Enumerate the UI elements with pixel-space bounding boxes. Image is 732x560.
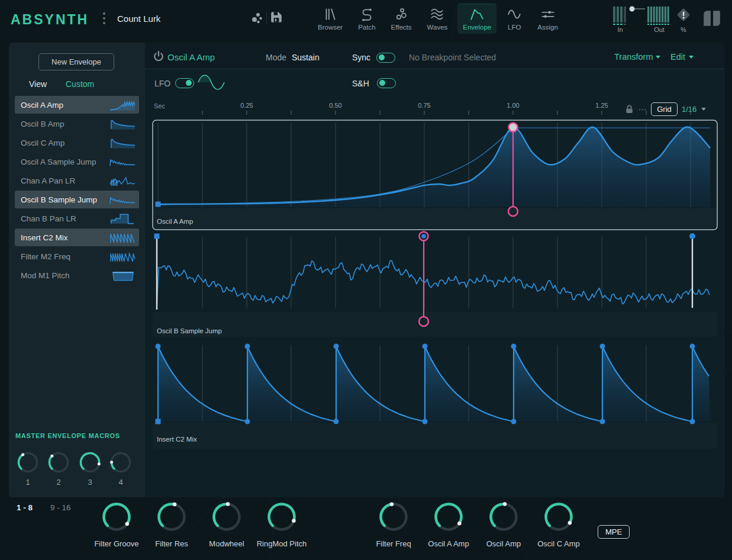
macro-knob-label: 2 — [50, 478, 67, 487]
envelope-thumbnail-rise-zigzag-icon — [109, 98, 136, 111]
bank-knob-filter-res[interactable] — [156, 501, 187, 532]
nav-tab-label: Waves — [427, 24, 448, 31]
envelope-thumbnail-saw-dense-icon — [109, 231, 136, 244]
envelope-thumbnail-block-icon — [109, 269, 136, 282]
macro-knob-label: 1 — [19, 478, 37, 487]
output-gain-slider[interactable] — [628, 5, 646, 13]
kebab-menu-icon[interactable] — [101, 11, 108, 28]
envelope-lanes-canvas[interactable] — [145, 43, 725, 497]
envelope-list-item[interactable]: Mod M1 Pitch — [15, 266, 139, 284]
save-icon[interactable] — [270, 11, 283, 24]
bank-knob-oscil-a-amp[interactable] — [433, 501, 464, 532]
breakpoint-handle[interactable] — [156, 202, 161, 207]
macro-page-1-8[interactable]: 1 - 8 — [17, 503, 33, 512]
bank-knob-oscil-c-amp[interactable] — [543, 501, 574, 532]
lfo-icon — [507, 7, 522, 22]
macro-knob-1[interactable] — [17, 451, 39, 474]
envelope-item-label: Filter M2 Freq — [15, 252, 109, 261]
patch-icon — [359, 7, 375, 22]
lane-label: Oscil B Sample Jump — [157, 327, 222, 334]
nav-tab-waves[interactable]: Waves — [422, 4, 453, 34]
envelope-item-label: Chan A Pan LR — [15, 176, 109, 185]
breakpoint-handle[interactable] — [511, 344, 517, 349]
breakpoint-handle[interactable] — [600, 344, 605, 349]
nav-tab-label: LFO — [508, 24, 521, 31]
envelope-list-item[interactable]: Oscil B Amp — [15, 115, 139, 133]
breakpoint-handle[interactable] — [245, 344, 250, 349]
macro-knob-label: 3 — [81, 478, 99, 487]
divider — [266, 12, 267, 24]
browser-icon — [323, 7, 338, 22]
ruler-tick-label: 1.00 — [500, 102, 526, 109]
envelope-item-label: Oscil A Amp — [15, 101, 109, 110]
out-meter — [647, 7, 671, 25]
breakpoint-handle[interactable] — [156, 344, 161, 349]
nav-tab-envelope[interactable]: Envelope — [457, 4, 496, 34]
in-meter — [613, 7, 627, 25]
envelope-thumbnail-step-icon — [109, 212, 136, 225]
breakpoint-handle[interactable] — [334, 419, 339, 424]
nav-tab-lfo[interactable]: LFO — [501, 4, 527, 34]
nav-tab-browser[interactable]: Browser — [312, 4, 348, 34]
ruler-tick-label: 0.25 — [234, 102, 260, 109]
nav-tab-assign[interactable]: Assign — [532, 4, 563, 34]
envelope-list-item[interactable]: Chan A Pan LR — [15, 172, 139, 189]
mutate-icon[interactable] — [250, 11, 264, 25]
breakpoint-handle[interactable] — [689, 233, 695, 239]
nav-tab-label: Assign — [537, 24, 558, 31]
bank-knob-ringmod-pitch[interactable] — [266, 501, 297, 532]
absynth-window: ABSYNTH Count Lurk BrowserPatchEffectsWa… — [0, 0, 732, 560]
new-envelope-button[interactable]: New Envelope — [38, 53, 114, 70]
mpe-button[interactable]: MPE — [598, 525, 630, 539]
envelope-list-item[interactable]: Oscil A Sample Jump — [15, 153, 139, 170]
waves-icon — [430, 7, 445, 22]
bank-knob-filter-freq[interactable] — [378, 501, 409, 532]
envelope-thumbnail-spiky-icon — [109, 174, 136, 187]
envelope-list-item[interactable]: Filter M2 Freq — [15, 247, 139, 265]
breakpoint-handle[interactable] — [423, 419, 428, 424]
sidebar-tab-view[interactable]: View — [29, 79, 47, 89]
breakpoint-handle[interactable] — [690, 344, 695, 349]
effects-icon — [394, 7, 409, 22]
macro-knob-2[interactable] — [47, 451, 70, 474]
ruler-tick-label: 1.25 — [589, 102, 615, 109]
bank-knob-filter-groove[interactable] — [101, 501, 132, 532]
preset-name[interactable]: Count Lurk — [117, 14, 160, 24]
assign-icon — [540, 7, 556, 22]
macro-knob-3[interactable] — [79, 451, 101, 474]
nav-tab-effects[interactable]: Effects — [386, 4, 417, 34]
ni-logo — [702, 8, 722, 28]
breakpoint-handle[interactable] — [690, 419, 695, 424]
envelope-item-label: Oscil B Amp — [15, 120, 109, 128]
envelope-item-label: Oscil B Sample Jump — [15, 195, 109, 204]
envelope-item-label: Oscil C Amp — [15, 139, 109, 147]
envelope-item-label: Insert C2 Mix — [15, 233, 109, 242]
envelope-list-item[interactable]: Oscil B Sample Jump — [15, 191, 139, 208]
envelope-list-item[interactable]: Oscil C Amp — [15, 134, 139, 152]
sidebar-tab-custom[interactable]: Custom — [66, 79, 94, 89]
breakpoint-handle[interactable] — [334, 344, 339, 349]
breakpoint-handle[interactable] — [423, 344, 428, 349]
bank-knob-oscil-amp[interactable] — [488, 501, 519, 532]
breakpoint-handle[interactable] — [156, 419, 161, 424]
envelope-list-item[interactable]: Oscil A Amp — [15, 96, 139, 114]
nav-tab-patch[interactable]: Patch — [353, 4, 380, 34]
macro-knob-4[interactable] — [109, 451, 132, 474]
breakpoint-handle[interactable] — [245, 419, 250, 424]
envelope-list-item[interactable]: Chan B Pan LR — [15, 210, 139, 227]
envelope-item-label: Oscil A Sample Jump — [15, 157, 109, 166]
bank-knob-modwheel[interactable] — [211, 501, 242, 532]
cpu-warning-icon — [676, 7, 691, 22]
envelope-thumbnail-noise-icon — [109, 155, 136, 168]
breakpoint-handle[interactable] — [154, 234, 160, 239]
nav-tab-label: Browser — [318, 24, 343, 31]
in-meter-label: In — [613, 26, 627, 33]
breakpoint-handle[interactable] — [600, 419, 605, 424]
nav-tab-label: Effects — [391, 24, 412, 31]
ruler-tick-label: 0.75 — [411, 102, 437, 109]
envelope-list-item[interactable]: Insert C2 Mix — [15, 228, 139, 246]
nav-tab-label: Envelope — [463, 24, 491, 31]
bank-knob-label: RingMod Pitch — [243, 539, 320, 548]
breakpoint-handle[interactable] — [511, 419, 517, 424]
macro-page-9-16[interactable]: 9 - 16 — [50, 503, 71, 512]
